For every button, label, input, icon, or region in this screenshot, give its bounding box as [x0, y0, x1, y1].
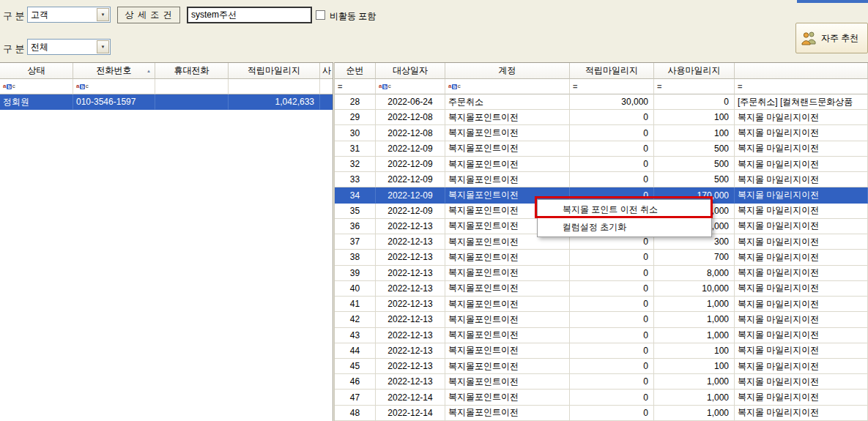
column-header-clipped[interactable]: 사 [320, 63, 333, 79]
equals-filter-icon[interactable]: = [738, 82, 742, 91]
cell-date[interactable]: 2022-12-14 [376, 390, 445, 405]
cell-mobile[interactable] [155, 94, 229, 110]
filter-cell[interactable] [155, 79, 229, 94]
cell-memo[interactable]: 복지몰 마일리지이전 [735, 172, 868, 187]
column-header-use-mileage[interactable]: 사용마일리지 [654, 63, 735, 79]
cell-date[interactable]: 2022-12-09 [376, 172, 445, 187]
search-input[interactable] [187, 7, 312, 23]
transaction-row[interactable]: 30 2022-12-08 복지몰포인트이전 0 100 복지몰 마일리지이전 [335, 125, 868, 141]
cell-memo[interactable]: 복지몰 마일리지이전 [735, 204, 868, 219]
cell-account[interactable]: 복지몰포인트이전 [445, 281, 570, 297]
equals-filter-icon[interactable]: = [338, 82, 342, 91]
cell-use-mileage[interactable]: 100 [654, 343, 735, 359]
cell-memo[interactable]: 복지몰 마일리지이전 [735, 110, 868, 125]
cell-seq[interactable]: 41 [335, 297, 376, 312]
cell-earn-mileage[interactable]: 0 [570, 172, 654, 187]
cell-memo[interactable]: 복지몰 마일리지이전 [735, 250, 868, 265]
cell-memo[interactable]: 복지몰 마일리지이전 [735, 312, 868, 327]
cell-memo[interactable]: 복지몰 마일리지이전 [735, 343, 868, 359]
text-filter-icon[interactable]: abc [3, 83, 15, 89]
transaction-row[interactable]: 39 2022-12-13 복지몰포인트이전 0 8,000 복지몰 마일리지이… [335, 266, 868, 281]
cell-memo[interactable]: 복지몰 마일리지이전 [735, 187, 868, 203]
cell-earn-mileage[interactable]: 0 [570, 374, 654, 390]
cell-seq[interactable]: 39 [335, 266, 376, 281]
cell-seq[interactable]: 45 [335, 359, 376, 374]
customer-type-combobox[interactable]: 고객 ▼ [27, 7, 111, 23]
cell-use-mileage[interactable]: 100 [654, 125, 735, 141]
cell-seq[interactable]: 28 [335, 94, 376, 110]
cell-earn-mileage[interactable]: 0 [570, 406, 654, 421]
cell-seq[interactable]: 40 [335, 281, 376, 297]
column-header-mobile[interactable]: 휴대전화 [155, 63, 229, 79]
cell-date[interactable]: 2022-06-24 [376, 94, 445, 110]
cell-memo[interactable]: 복지몰 마일리지이전 [735, 141, 868, 157]
transaction-row[interactable]: 28 2022-06-24 주문취소 30,000 0 [주문취소] [컬쳐랜드… [335, 94, 868, 110]
cell-account[interactable]: 복지몰포인트이전 [445, 328, 570, 343]
cell-account[interactable]: 복지몰포인트이전 [445, 359, 570, 374]
cell-seq[interactable]: 47 [335, 390, 376, 405]
frequent-recommend-button[interactable]: 자주 추천 [795, 23, 868, 53]
cell-use-mileage[interactable]: 1,000 [654, 374, 735, 390]
transaction-row[interactable]: 44 2022-12-13 복지몰포인트이전 0 100 복지몰 마일리지이전 [335, 343, 868, 359]
cell-seq[interactable]: 36 [335, 219, 376, 234]
cell-memo[interactable]: 복지몰 마일리지이전 [735, 374, 868, 390]
text-filter-cell[interactable]: abc [376, 79, 445, 94]
transaction-row[interactable]: 42 2022-12-13 복지몰포인트이전 0 1,000 복지몰 마일리지이… [335, 312, 868, 327]
equals-filter-icon[interactable]: = [573, 82, 577, 91]
cell-date[interactable]: 2022-12-13 [376, 343, 445, 359]
cell-account[interactable]: 복지몰포인트이전 [445, 406, 570, 421]
cell-date[interactable]: 2022-12-13 [376, 250, 445, 265]
cell-memo[interactable]: 복지몰 마일리지이전 [735, 390, 868, 405]
cell-status[interactable]: 정회원 [0, 94, 73, 110]
cell-memo[interactable]: 복지몰 마일리지이전 [735, 359, 868, 374]
cell-use-mileage[interactable]: 1,000 [654, 312, 735, 327]
text-filter-icon[interactable]: abc [448, 83, 461, 89]
cell-seq[interactable]: 35 [335, 204, 376, 219]
cell-date[interactable]: 2022-12-13 [376, 297, 445, 312]
numeric-filter-cell[interactable]: = [654, 79, 735, 94]
transaction-row[interactable]: 41 2022-12-13 복지몰포인트이전 0 1,000 복지몰 마일리지이… [335, 297, 868, 312]
cell-seq[interactable]: 48 [335, 406, 376, 421]
cell-date[interactable]: 2022-12-09 [376, 204, 445, 219]
cell-use-mileage[interactable]: 500 [654, 157, 735, 172]
transaction-row[interactable]: 33 2022-12-09 복지몰포인트이전 0 500 복지몰 마일리지이전 [335, 172, 868, 187]
cell-use-mileage[interactable]: 100 [654, 359, 735, 374]
numeric-filter-cell[interactable]: = [570, 79, 654, 94]
cell-seq[interactable]: 37 [335, 234, 376, 250]
cell-earn-mileage[interactable]: 0 [570, 141, 654, 157]
filter-cell[interactable] [320, 79, 333, 94]
equals-filter-icon[interactable]: = [657, 82, 661, 91]
cell-account[interactable]: 복지몰포인트이전 [445, 157, 570, 172]
cell-earn-mileage[interactable]: 0 [570, 266, 654, 281]
cell-date[interactable]: 2022-12-08 [376, 110, 445, 125]
column-header-account[interactable]: 계정 [445, 63, 570, 79]
cell-date[interactable]: 2022-12-13 [376, 328, 445, 343]
cell-earn-mileage[interactable]: 0 [570, 157, 654, 172]
cell-earn-mileage[interactable]: 0 [570, 390, 654, 405]
transaction-row[interactable]: 43 2022-12-13 복지몰포인트이전 0 1,000 복지몰 마일리지이… [335, 328, 868, 343]
cell-use-mileage[interactable]: 1,000 [654, 297, 735, 312]
cell-account[interactable]: 복지몰포인트이전 [445, 125, 570, 141]
cell-phone[interactable]: 010-3546-1597 [73, 94, 155, 110]
cell-date[interactable]: 2022-12-09 [376, 141, 445, 157]
menu-item-reset-column-settings[interactable]: 컬럼설정 초기화 [538, 218, 711, 236]
numeric-filter-cell[interactable]: = [335, 79, 376, 94]
column-header-status[interactable]: 상태 [0, 63, 73, 79]
cell-use-mileage[interactable]: 1,000 [654, 328, 735, 343]
cell-account[interactable]: 복지몰포인트이전 [445, 110, 570, 125]
cell-account[interactable]: 복지몰포인트이전 [445, 343, 570, 359]
cell-date[interactable]: 2022-12-13 [376, 374, 445, 390]
cell-use-mileage[interactable]: 500 [654, 172, 735, 187]
cell-memo[interactable]: 복지몰 마일리지이전 [735, 125, 868, 141]
cell-memo[interactable]: 복지몰 마일리지이전 [735, 406, 868, 421]
transaction-row[interactable]: 46 2022-12-13 복지몰포인트이전 0 1,000 복지몰 마일리지이… [335, 374, 868, 390]
cell-earn-mileage[interactable]: 0 [570, 110, 654, 125]
cell-date[interactable]: 2022-12-13 [376, 234, 445, 250]
column-header-memo[interactable] [735, 63, 868, 79]
cell-earn-mileage[interactable]: 30,000 [570, 94, 654, 110]
text-filter-icon[interactable]: abc [76, 83, 89, 89]
cell-account[interactable]: 복지몰포인트이전 [445, 312, 570, 327]
column-header-earn-mileage[interactable]: 적립마일리지 [229, 63, 320, 79]
menu-item-cancel-point-transfer[interactable]: 복지몰 포인트 이전 취소 [538, 201, 711, 218]
transaction-row[interactable]: 45 2022-12-13 복지몰포인트이전 0 100 복지몰 마일리지이전 [335, 359, 868, 374]
